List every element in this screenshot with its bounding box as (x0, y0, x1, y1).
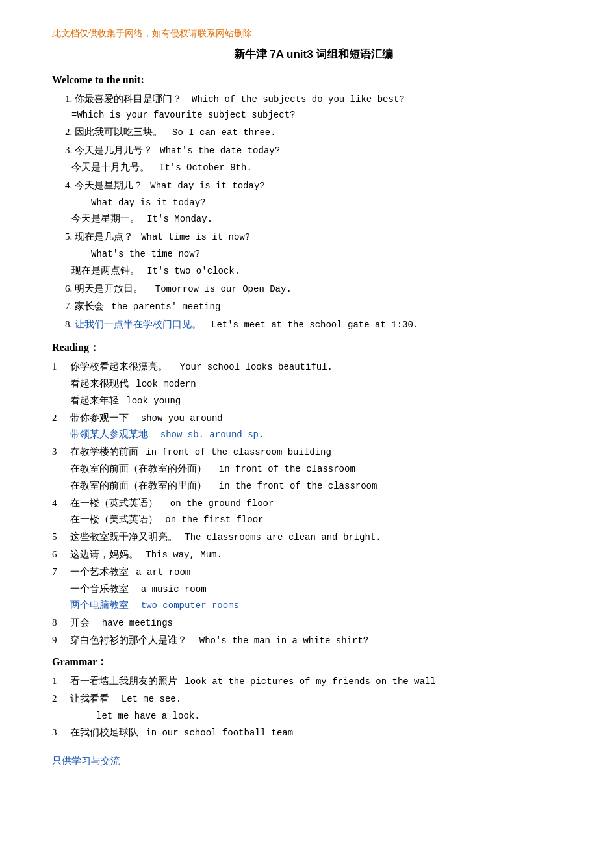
item-en: look at the pictures of my friends on th… (185, 676, 435, 687)
item-cn: 因此我可以吃三块。 (75, 127, 170, 137)
item-en: have meetings (102, 618, 173, 628)
reading-content: 在教学楼的前面 in front of the classroom buildi… (70, 444, 575, 494)
item-en: in front of the classroom building (146, 447, 331, 457)
list-item: 8. 让我们一点半在学校门口见。 Let's meet at the schoo… (65, 316, 575, 333)
item-sub1: What's the time now? (65, 249, 200, 259)
item-sub2-en: It's Monday. (147, 214, 212, 224)
reading-num: 3 (52, 724, 70, 741)
reading-title: Reading： (52, 338, 575, 356)
list-item: 1. 你最喜爱的科目是哪门？ Which of the subjects do … (65, 91, 575, 123)
reading-content: 让我看看 Let me see. let me have a look. (70, 691, 575, 724)
item-cn: 开会 (70, 617, 99, 628)
item-en: What's the date today? (160, 146, 280, 156)
reading-item-4: 4 在一楼（英式英语） on the ground floor 在一楼（美式英语… (52, 495, 575, 529)
reading-item-9: 9 穿白色衬衫的那个人是谁？ Who's the man in a white … (52, 632, 575, 649)
reading-content: 这边请，妈妈。 This way, Mum. (70, 546, 575, 563)
reading-num: 7 (52, 564, 70, 581)
welcome-list: 1. 你最喜爱的科目是哪门？ Which of the subjects do … (52, 91, 575, 333)
item-sub-cn: 今天是十月九号。 (65, 162, 157, 172)
item-en: the parents' meeting (111, 301, 220, 312)
item-cn: 在我们校足球队 (70, 727, 144, 737)
item-sub2-en: It's two o'clock. (147, 266, 240, 276)
reading-num: 8 (52, 615, 70, 632)
sub-cn2: 看起来年轻 (70, 395, 124, 405)
watermark-text: 此文档仅供收集于网络，如有侵权请联系网站删除 (52, 26, 575, 42)
item-en: show you around (141, 413, 223, 424)
reading-num: 3 (52, 444, 70, 461)
item-cn: 这些教室既干净又明亮。 (70, 531, 183, 542)
item-cn: 穿白色衬衫的那个人是谁？ (70, 635, 197, 645)
reading-item-6: 6 这边请，妈妈。 This way, Mum. (52, 546, 575, 563)
list-item: 3. 今天是几月几号？ What's the date today? 今天是十月… (65, 142, 575, 176)
reading-item-7: 7 一个艺术教室 a art room 一个音乐教室 a music room … (52, 564, 575, 614)
reading-content: 这些教室既干净又明亮。 The classrooms are clean and… (70, 529, 575, 546)
reading-num: 6 (52, 546, 70, 563)
item-cn: 一个艺术教室 (70, 567, 134, 577)
reading-content: 在我们校足球队 in our school football team (70, 724, 575, 741)
item-en: Which of the subjects do you like best? (192, 94, 405, 105)
item-sub1: What day is it today? (65, 198, 205, 208)
item-en: What day is it today? (150, 181, 264, 191)
reading-num: 9 (52, 632, 70, 649)
item-cn: 让我看看 (70, 693, 119, 704)
item-cn: 让我们一点半在学校门口见。 (75, 319, 209, 329)
item-en: So I can eat three. (172, 127, 276, 138)
item-num: 3. (65, 145, 72, 155)
sub-en: show sb. around sp. (160, 429, 264, 440)
sub-cn: 一个音乐教室 (70, 583, 138, 594)
reading-item-1: 1 你学校看起来很漂亮。 Your school looks beautiful… (52, 359, 575, 409)
item-cn: 看一看墙上我朋友的照片 (70, 676, 183, 686)
item-en: in our school football team (146, 728, 293, 738)
item-cn: 在一楼（英式英语） (70, 498, 168, 508)
item-en: The classrooms are clean and bright. (185, 532, 381, 542)
reading-content: 你学校看起来很漂亮。 Your school looks beautiful. … (70, 359, 575, 409)
reading-item-8: 8 开会 have meetings (52, 615, 575, 632)
item-sub2-cn: 现在是两点钟。 (65, 265, 145, 275)
reading-item-3: 3 在教学楼的前面 in front of the classroom buil… (52, 444, 575, 494)
item-en: What time is it now? (136, 232, 250, 242)
item-num: 1. (65, 94, 72, 104)
item-en: Tomorrow is our Open Day. (155, 284, 292, 294)
item-sub: let me have a look. (70, 711, 200, 721)
item-num: 4. (65, 180, 72, 190)
reading-item-5: 5 这些教室既干净又明亮。 The classrooms are clean a… (52, 529, 575, 546)
list-item: 6. 明天是开放日。 Tomorrow is our Open Day. (65, 281, 575, 298)
item-en: Who's the man in a white shirt? (199, 635, 368, 646)
item-cn: 你学校看起来很漂亮。 (70, 361, 177, 372)
page-title: 新牛津 7A unit3 词组和短语汇编 (52, 45, 575, 64)
sub-en: a music room (141, 584, 207, 594)
item-cn: 这边请，妈妈。 (70, 549, 144, 559)
welcome-section: Welcome to the unit: 1. 你最喜爱的科目是哪门？ Whic… (52, 71, 575, 333)
sub-cn2: 在教室的前面（在教室的里面） (70, 480, 216, 491)
grammar-section: Grammar： 1 看一看墙上我朋友的照片 look at the pictu… (52, 653, 575, 741)
item-sub: =Which is your favourite subject subject… (65, 108, 575, 123)
reading-content: 看一看墙上我朋友的照片 look at the pictures of my f… (70, 673, 575, 690)
item-num: 6. (65, 283, 72, 294)
reading-content: 一个艺术教室 a art room 一个音乐教室 a music room 两个… (70, 564, 575, 614)
welcome-title: Welcome to the unit: (52, 71, 575, 88)
item-num: 2. (65, 127, 72, 137)
item-cn: 今天是几月几号？ (75, 145, 158, 155)
sub-en: look modern (136, 379, 196, 389)
sub-cn: 在教室的前面（在教室的外面） (70, 463, 216, 474)
item-en: This way, Mum. (146, 550, 222, 560)
reading-num: 1 (52, 673, 70, 690)
list-item: 4. 今天是星期几？ What day is it today? What da… (65, 177, 575, 227)
sub-en2: two computer rooms (141, 600, 239, 611)
list-item: 7. 家长会 the parents' meeting (65, 298, 575, 315)
list-item: 5. 现在是几点？ What time is it now? What's th… (65, 229, 575, 279)
reading-content: 穿白色衬衫的那个人是谁？ Who's the man in a white sh… (70, 632, 575, 649)
sub-en: on the first floor (165, 515, 263, 525)
item-cn: 家长会 (75, 301, 109, 311)
reading-section: Reading： 1 你学校看起来很漂亮。 Your school looks … (52, 338, 575, 649)
grammar-item-2: 2 让我看看 Let me see. let me have a look. (52, 691, 575, 724)
sub-cn2: 两个电脑教室 (70, 600, 138, 610)
item-en: a art room (136, 567, 190, 578)
grammar-item-1: 1 看一看墙上我朋友的照片 look at the pictures of my… (52, 673, 575, 690)
grammar-item-3: 3 在我们校足球队 in our school football team (52, 724, 575, 741)
item-sub-en: It's October 9th. (159, 162, 252, 173)
sub-en2: in the front of the classroom (219, 481, 377, 491)
reading-num: 4 (52, 495, 70, 512)
sub-en: in front of the classroom (219, 464, 355, 474)
sub-cn: 在一楼（美式英语） (70, 514, 163, 524)
